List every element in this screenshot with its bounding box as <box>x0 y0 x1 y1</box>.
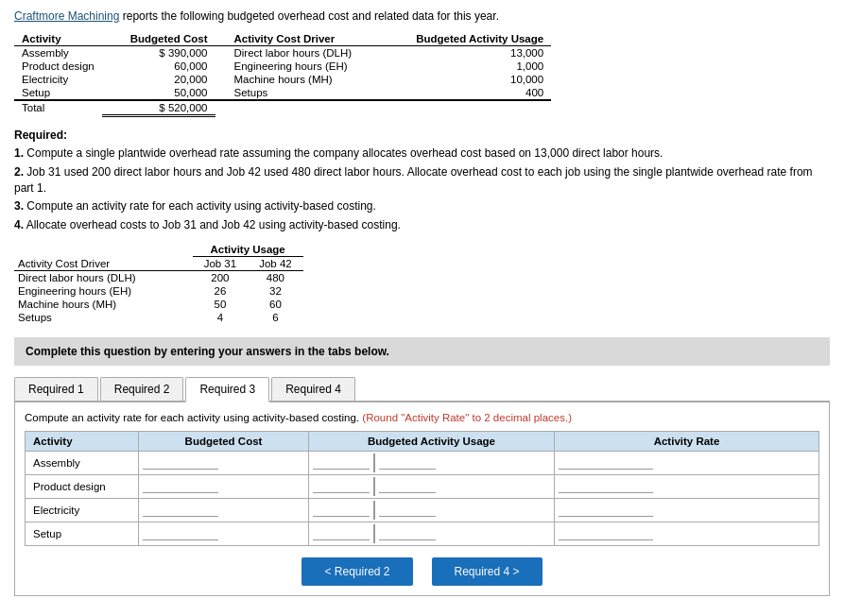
assembly-usage-input2[interactable] <box>379 455 436 470</box>
tabs-row: Required 1 Required 2 Required 3 Require… <box>14 375 830 402</box>
activity-usage-table: Activity Usage Activity Cost Driver Job … <box>14 243 303 324</box>
req-item-2: 2. Job 31 used 200 direct labor hours an… <box>14 164 830 197</box>
dlh-job42: 480 <box>248 270 303 284</box>
row-productdesign-cost: 60,000 <box>102 60 215 73</box>
overhead-table: Activity Budgeted Cost Activity Cost Dri… <box>14 32 551 117</box>
tab-required3[interactable]: Required 3 <box>185 377 269 402</box>
setup-usage-input1[interactable] <box>313 526 370 540</box>
intro-paragraph: Craftmore Machining reports the followin… <box>14 9 830 23</box>
setup-rate-input[interactable] <box>559 526 653 540</box>
required-title: Required: <box>14 128 830 142</box>
row-setup-cost: 50,000 <box>102 86 215 100</box>
col-budgeted-usage: Budgeted Activity Usage <box>309 431 555 451</box>
assembly-usage-cell <box>309 451 555 474</box>
mh-job31: 50 <box>193 298 249 311</box>
col-activity-rate: Activity Rate <box>555 431 819 451</box>
setup-cost-input[interactable] <box>143 526 218 540</box>
mh-job42: 60 <box>248 298 303 311</box>
activity-usage-header: Activity Usage <box>193 243 303 257</box>
col-activity-header: Activity <box>14 32 102 46</box>
setup-activity-label: Setup <box>26 522 139 545</box>
driver-col-header: Activity Cost Driver <box>14 256 147 270</box>
row-electricity-activity: Electricity <box>14 73 102 86</box>
setup-usage-cell <box>309 522 555 545</box>
row-electricity-driver: Machine hours (MH) <box>215 73 360 86</box>
productdesign-rate-input[interactable] <box>559 479 653 493</box>
total-cost: $ 520,000 <box>102 100 215 116</box>
electricity-usage-input2[interactable] <box>379 503 436 517</box>
col-budgeted-cost: Budgeted Cost <box>139 431 309 451</box>
electricity-usage-input1[interactable] <box>313 503 370 517</box>
tab-required1[interactable]: Required 1 <box>14 377 98 401</box>
productdesign-usage-input1[interactable] <box>313 479 370 493</box>
instruction-line: Compute an activity rate for each activi… <box>25 412 819 423</box>
activity-rate-table: Activity Budgeted Cost Budgeted Activity… <box>25 431 819 546</box>
productdesign-usage-input2[interactable] <box>379 479 436 493</box>
tab-required2[interactable]: Required 2 <box>100 377 184 401</box>
productdesign-cost-cell <box>139 474 309 498</box>
row-assembly-usage: 13,000 <box>359 46 551 60</box>
row-productdesign-activity: Product design <box>14 60 102 73</box>
electricity-activity-label: Electricity <box>26 498 139 522</box>
required-items: 1. Compute a single plantwide overhead r… <box>14 145 830 233</box>
req-item-4: 4. Allocate overhead costs to Job 31 and… <box>14 217 830 233</box>
row-setup-usage: 400 <box>359 86 551 100</box>
productdesign-usage-cell <box>309 474 555 498</box>
tab3-content: Compute an activity rate for each activi… <box>14 402 830 596</box>
company-name: Craftmore Machining <box>14 9 119 23</box>
row-assembly-activity: Assembly <box>14 46 102 60</box>
assembly-activity-label: Assembly <box>26 451 139 474</box>
job42-col-header: Job 42 <box>248 256 303 270</box>
table-row: Electricity <box>26 498 819 522</box>
electricity-rate-cell <box>555 498 819 522</box>
table-row: Setup <box>26 522 819 545</box>
electricity-rate-input[interactable] <box>559 503 653 517</box>
row-setup-activity: Setup <box>14 86 102 100</box>
req-item-3: 3. Compute an activity rate for each act… <box>14 198 830 214</box>
productdesign-cost-input[interactable] <box>143 479 218 493</box>
eh-job31: 26 <box>193 284 249 298</box>
col-usage-header: Budgeted Activity Usage <box>359 32 551 46</box>
setup-cost-cell <box>139 522 309 545</box>
req-item-1: 1. Compute a single plantwide overhead r… <box>14 145 830 162</box>
assembly-rate-input[interactable] <box>559 455 653 470</box>
setups-row-label: Setups <box>14 311 147 324</box>
productdesign-rate-cell <box>555 474 819 498</box>
next-button[interactable]: Required 4 > <box>432 557 543 586</box>
table-row: Assembly <box>26 451 819 474</box>
dlh-job31: 200 <box>193 270 249 284</box>
job31-col-header: Job 31 <box>193 256 249 270</box>
complete-banner: Complete this question by entering your … <box>14 337 830 366</box>
eh-row-label: Engineering hours (EH) <box>14 284 147 298</box>
col-activity: Activity <box>26 431 139 451</box>
setup-usage-input2[interactable] <box>379 526 436 540</box>
electricity-cost-cell <box>139 498 309 522</box>
electricity-usage-cell <box>309 498 555 522</box>
setups-job31: 4 <box>193 311 249 324</box>
col-driver-header: Activity Cost Driver <box>215 32 360 46</box>
eh-job42: 32 <box>248 284 303 298</box>
row-productdesign-usage: 1,000 <box>359 60 551 73</box>
assembly-usage-input1[interactable] <box>313 455 370 470</box>
setups-job42: 6 <box>248 311 303 324</box>
table-row: Product design <box>26 474 819 498</box>
assembly-cost-cell <box>139 451 309 474</box>
row-assembly-driver: Direct labor hours (DLH) <box>215 46 360 60</box>
required-section: Required: 1. Compute a single plantwide … <box>14 128 830 233</box>
col-budgeted-cost-header: Budgeted Cost <box>102 32 215 46</box>
nav-buttons: < Required 2 Required 4 > <box>25 557 819 586</box>
dlh-row-label: Direct labor hours (DLH) <box>14 270 147 284</box>
tab-required4[interactable]: Required 4 <box>271 377 355 401</box>
row-assembly-cost: $ 390,000 <box>102 46 215 60</box>
total-label: Total <box>14 100 102 116</box>
row-electricity-cost: 20,000 <box>102 73 215 86</box>
assembly-cost-input[interactable] <box>143 455 218 470</box>
row-productdesign-driver: Engineering hours (EH) <box>215 60 360 73</box>
row-electricity-usage: 10,000 <box>359 73 551 86</box>
assembly-rate-cell <box>555 451 819 474</box>
row-setup-driver: Setups <box>215 86 360 100</box>
electricity-cost-input[interactable] <box>143 503 218 517</box>
mh-row-label: Machine hours (MH) <box>14 298 147 311</box>
setup-rate-cell <box>555 522 819 545</box>
prev-button[interactable]: < Required 2 <box>301 557 412 586</box>
